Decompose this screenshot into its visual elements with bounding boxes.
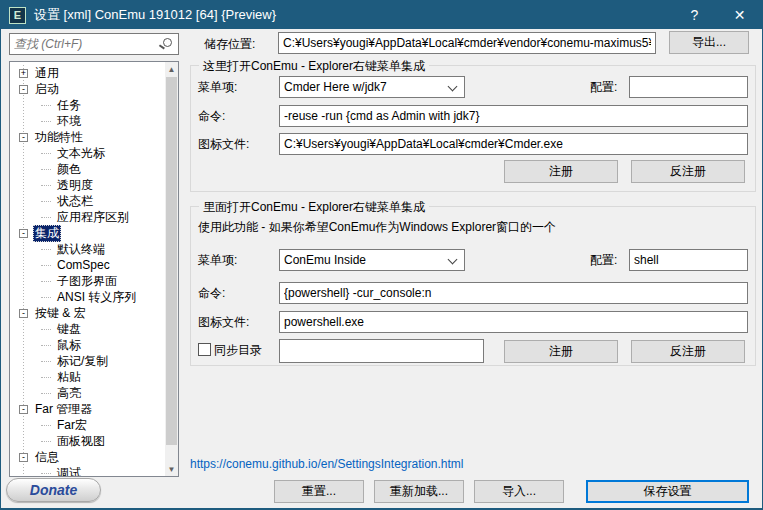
sync-dir-field[interactable] [279, 339, 484, 363]
collapse-icon[interactable]: - [19, 309, 28, 318]
collapse-icon[interactable]: - [19, 85, 28, 94]
tree-connector [41, 345, 51, 346]
tree-item[interactable]: 任务 [10, 97, 164, 113]
command-field-1[interactable] [279, 105, 748, 127]
tree-item[interactable]: -功能特性 [10, 129, 164, 145]
tree-item[interactable]: Far宏 [10, 417, 164, 433]
tree-item[interactable]: 高亮 [10, 385, 164, 401]
scrollbar-down-icon[interactable]: ▼ [165, 462, 178, 476]
menu-item-combobox-1-value: Cmder Here w/jdk7 [284, 80, 387, 94]
tree-item[interactable]: -集成 [10, 225, 164, 241]
tree-item-label: 应用程序区别 [55, 209, 131, 226]
config-field-2[interactable] [629, 249, 748, 271]
config-field-1[interactable] [629, 76, 748, 98]
scrollbar-thumb[interactable] [166, 77, 177, 445]
tree-item[interactable]: 鼠标 [10, 337, 164, 353]
tree-item[interactable]: 环境 [10, 113, 164, 129]
tree-connector [41, 201, 51, 202]
tree-item[interactable]: -Far 管理器 [10, 401, 164, 417]
tree-item-label: 功能特性 [33, 129, 85, 146]
tree-item[interactable]: ANSI 转义序列 [10, 289, 164, 305]
collapse-icon[interactable]: - [19, 453, 28, 462]
tree-item-label: 启动 [33, 81, 61, 98]
config-label-2: 配置: [590, 249, 617, 271]
tree-item[interactable]: 文本光标 [10, 145, 164, 161]
tree-item-label: 鼠标 [55, 337, 83, 354]
tree-connector [41, 105, 51, 106]
icon-file-field-1[interactable] [279, 133, 748, 155]
storage-location-field[interactable] [278, 32, 656, 54]
tree-item-label: 面板视图 [55, 433, 107, 450]
window-title: 设置 [xml] ConEmu 191012 [64] {Preview} [34, 6, 276, 24]
title-bar: E 设置 [xml] ConEmu 191012 [64] {Preview} … [1, 1, 762, 29]
tree-scrollbar[interactable]: ▲ ▼ [165, 62, 178, 476]
icon-file-field-2[interactable] [279, 311, 748, 333]
close-icon[interactable]: ✕ [717, 1, 762, 29]
tree-item[interactable]: -信息 [10, 449, 164, 465]
conemu-here-group-title: 这里打开ConEmu - Explorer右键菜单集成 [199, 58, 429, 75]
tree-connector [41, 329, 51, 330]
tree-item[interactable]: 调试 [10, 465, 164, 477]
tree-connector [41, 473, 51, 474]
tree-item[interactable]: 透明度 [10, 177, 164, 193]
tree-connector [41, 297, 51, 298]
expand-icon[interactable]: + [19, 69, 28, 78]
tree-item[interactable]: 默认终端 [10, 241, 164, 257]
tree-item[interactable]: 状态栏 [10, 193, 164, 209]
settings-integration-link[interactable]: https://conemu.github.io/en/SettingsInte… [190, 457, 464, 471]
icon-file-label-1: 图标文件: [198, 133, 249, 155]
inside-group-description: 使用此功能 - 如果你希望ConEmu作为Windows Explorer窗口的… [198, 219, 556, 236]
tree-item[interactable]: -启动 [10, 81, 164, 97]
tree-connector [41, 425, 51, 426]
unregister-button-2[interactable]: 反注册 [631, 340, 745, 363]
tree-item-label: Far 管理器 [33, 401, 94, 418]
menu-item-label-2: 菜单项: [198, 249, 237, 271]
sync-dir-label: 同步目录 [214, 339, 262, 361]
reset-button[interactable]: 重置... [274, 480, 364, 503]
tree-item[interactable]: 子图形界面 [10, 273, 164, 289]
tree-item-label: 键盘 [55, 321, 83, 338]
tree-item[interactable]: 键盘 [10, 321, 164, 337]
tree-item[interactable]: 颜色 [10, 161, 164, 177]
scrollbar-up-icon[interactable]: ▲ [165, 62, 178, 76]
reload-button[interactable]: 重新加载... [374, 480, 464, 503]
tree-items: +通用-启动任务环境-功能特性文本光标颜色透明度状态栏应用程序区别-集成默认终端… [10, 65, 164, 477]
tree-item[interactable]: ComSpec [10, 257, 164, 273]
menu-item-combobox-1[interactable]: Cmder Here w/jdk7 [279, 76, 465, 98]
tree-item[interactable]: 标记/复制 [10, 353, 164, 369]
tree-item[interactable]: 粘贴 [10, 369, 164, 385]
menu-item-label-1: 菜单项: [198, 76, 237, 98]
collapse-icon[interactable]: - [19, 229, 28, 238]
register-button-1[interactable]: 注册 [504, 160, 618, 183]
tree-item[interactable]: +通用 [10, 65, 164, 81]
search-icon[interactable] [163, 38, 172, 47]
tree-item-label: 高亮 [55, 385, 83, 402]
tree-item[interactable]: 应用程序区别 [10, 209, 164, 225]
config-label-1: 配置: [590, 76, 617, 98]
tree-connector [41, 441, 51, 442]
search-input[interactable] [14, 35, 154, 53]
tree-connector [41, 377, 51, 378]
tree-item-label: 状态栏 [55, 193, 95, 210]
import-button[interactable]: 导入... [474, 480, 564, 503]
command-label-1: 命令: [198, 105, 225, 127]
donate-button[interactable]: Donate [6, 478, 101, 502]
tree-item-label: 调试 [55, 465, 83, 478]
unregister-button-1[interactable]: 反注册 [631, 160, 745, 183]
command-field-2[interactable] [279, 282, 748, 304]
tree-connector [41, 169, 51, 170]
sync-dir-checkbox[interactable] [198, 343, 211, 356]
tree-item[interactable]: 面板视图 [10, 433, 164, 449]
storage-location-label: 储存位置: [204, 33, 255, 55]
tree-item-label: 通用 [33, 65, 61, 82]
tree-item-label: 集成 [33, 225, 61, 242]
tree-item[interactable]: -按键 & 宏 [10, 305, 164, 321]
collapse-icon[interactable]: - [19, 405, 28, 414]
export-button[interactable]: 导出... [669, 31, 749, 54]
collapse-icon[interactable]: - [19, 133, 28, 142]
help-icon[interactable]: ? [672, 1, 717, 29]
register-button-2[interactable]: 注册 [504, 340, 618, 363]
save-settings-button[interactable]: 保存设置 [586, 480, 749, 503]
menu-item-combobox-2-value: ConEmu Inside [284, 253, 366, 267]
menu-item-combobox-2[interactable]: ConEmu Inside [279, 249, 465, 271]
